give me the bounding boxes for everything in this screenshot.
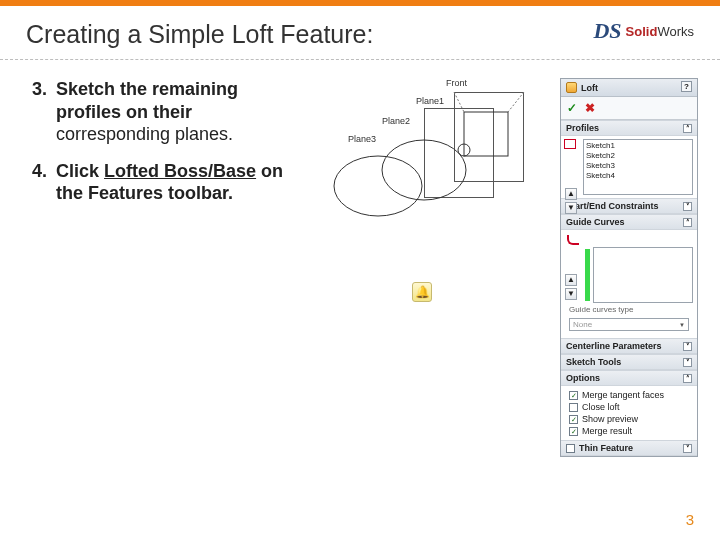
section-thin-feature[interactable]: Thin Feature ˅ [561,440,697,456]
checkbox[interactable]: ✓ [569,415,578,424]
step-3: Sketch the remaining profiles on their c… [52,78,302,146]
guide-type-select[interactable]: None ▼ [569,318,689,331]
svg-line-4 [454,92,464,112]
list-item[interactable]: Sketch4 [586,171,690,181]
checkbox[interactable] [566,444,575,453]
guide-type-label: Guide curves type [565,303,693,316]
chevron-icon[interactable]: ˄ [683,374,692,383]
logo-ds: DS [593,20,621,42]
svg-rect-0 [464,112,508,156]
section-startend-header[interactable]: Start/End Constraints ˅ [561,198,697,214]
svg-point-3 [334,156,422,216]
loft-icon [566,82,577,93]
svg-line-5 [508,92,524,112]
chevron-icon[interactable]: ˄ [683,218,692,227]
section-profiles-header[interactable]: Profiles ˄ [561,120,697,136]
chevron-icon[interactable]: ˅ [683,358,692,367]
page-title: Creating a Simple Loft Feature: [26,20,373,49]
section-guidecurves-header[interactable]: Guide Curves ˄ [561,214,697,230]
pm-title: Loft [581,83,598,93]
guide-curve-icon [567,235,579,245]
chevron-icon[interactable]: ˅ [683,202,692,211]
section-sketchtools-header[interactable]: Sketch Tools ˅ [561,354,697,370]
list-item[interactable]: Sketch1 [586,141,690,151]
alert-bell-icon[interactable]: 🔔 [412,282,432,302]
cancel-button[interactable]: ✖ [585,101,595,115]
logo-solid: Solid [626,24,658,39]
svg-point-2 [382,140,466,200]
help-button[interactable]: ? [681,81,692,92]
move-down-button[interactable]: ▼ [565,202,577,214]
pm-title-bar[interactable]: Loft ? [561,79,697,97]
list-item[interactable]: Sketch2 [586,151,690,161]
sketch-wires [316,78,546,238]
option-close-loft[interactable]: Close loft [565,401,693,413]
list-item[interactable]: Sketch3 [586,161,690,171]
property-manager: Loft ? ✓ ✖ Profiles ˄ ▲ ▼ Sketch1 Sketch… [560,78,698,457]
header: Creating a Simple Loft Feature: DS Solid… [0,6,720,49]
step-4: Click Lofted Boss/Base on the Features t… [52,160,302,205]
profile-icon [564,139,576,149]
chevron-icon[interactable]: ˅ [683,342,692,351]
option-merge-result[interactable]: ✓ Merge result [565,425,693,437]
logo-works: Works [657,24,694,39]
profiles-listbox[interactable]: Sketch1 Sketch2 Sketch3 Sketch4 [583,139,693,195]
checkbox[interactable] [569,403,578,412]
move-up-button[interactable]: ▲ [565,188,577,200]
section-centerline-header[interactable]: Centerline Parameters ˅ [561,338,697,354]
brand-logo: DS SolidWorks [593,20,694,42]
page-number: 3 [686,511,694,528]
guidecurves-listbox[interactable] [593,247,693,303]
checkbox[interactable]: ✓ [569,391,578,400]
checkbox[interactable]: ✓ [569,427,578,436]
guide-color-swatch [585,249,590,301]
ok-button[interactable]: ✓ [567,101,577,115]
section-options-header[interactable]: Options ˄ [561,370,697,386]
dropdown-arrow-icon: ▼ [679,322,685,328]
graphics-viewport[interactable]: Front Plane1 Plane2 Plane3 [316,78,546,238]
chevron-icon[interactable]: ˅ [683,444,692,453]
option-merge-tangent[interactable]: ✓ Merge tangent faces [565,389,693,401]
option-show-preview[interactable]: ✓ Show preview [565,413,693,425]
instruction-list: Sketch the remaining profiles on their c… [20,78,302,205]
chevron-icon[interactable]: ˄ [683,124,692,133]
